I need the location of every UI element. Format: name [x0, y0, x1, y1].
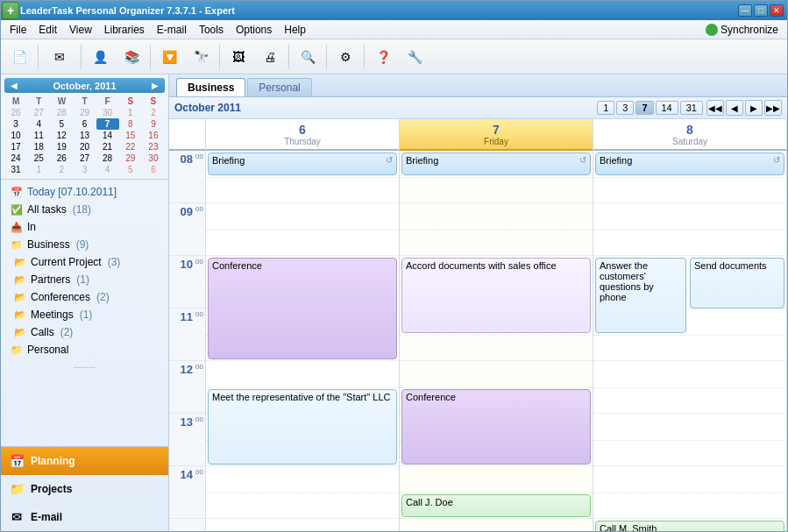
cal-next-day[interactable]: ▶: [745, 100, 763, 116]
cal-day[interactable]: 3: [4, 118, 27, 130]
sidebar-all-tasks[interactable]: ✅ All tasks (18): [6, 201, 163, 218]
event-meet-thursday[interactable]: Meet the representative of the "Start" L…: [208, 389, 397, 465]
cal-day[interactable]: 29: [73, 107, 96, 118]
cal-day[interactable]: 1: [27, 164, 50, 175]
tab-personal[interactable]: Personal: [247, 78, 311, 96]
filter-button[interactable]: 🔽: [154, 43, 184, 71]
search-binocular-button[interactable]: 🔭: [186, 43, 216, 71]
cal-day[interactable]: 19: [50, 141, 73, 153]
sidebar-calls[interactable]: 📂 Calls (2): [6, 323, 163, 341]
menu-file[interactable]: File: [4, 22, 32, 38]
sidebar-inbox[interactable]: 📥 In: [6, 218, 163, 236]
cal-day[interactable]: 24: [4, 153, 27, 164]
cal-day[interactable]: 30: [96, 107, 119, 118]
thu-hour-9[interactable]: [206, 203, 399, 256]
cal-day[interactable]: 9: [142, 118, 165, 130]
cal-day[interactable]: 31: [4, 164, 27, 175]
cal-day[interactable]: 23: [142, 141, 165, 153]
projects-nav-button[interactable]: 📁 Projects: [1, 475, 168, 503]
cal-day[interactable]: 13: [73, 130, 96, 141]
event-conference-thursday[interactable]: Conference: [208, 258, 397, 359]
cal-day[interactable]: 26: [50, 153, 73, 164]
event-call-friday[interactable]: Call J. Doe: [401, 494, 591, 517]
cal-day[interactable]: 22: [119, 141, 142, 153]
cal-prev-button[interactable]: ◀: [8, 80, 20, 91]
cal-day-today[interactable]: 7: [96, 118, 119, 130]
new-button[interactable]: 📄: [4, 43, 34, 71]
view-14day[interactable]: 14: [656, 101, 678, 115]
view-3day[interactable]: 3: [616, 101, 634, 115]
cal-day[interactable]: 11: [27, 130, 50, 141]
cal-day[interactable]: 17: [4, 141, 27, 153]
event-conference-friday[interactable]: Conference: [401, 389, 591, 465]
sat-hour-13[interactable]: [593, 414, 786, 466]
cal-next-button[interactable]: ▶: [149, 80, 161, 91]
cal-day[interactable]: 29: [119, 153, 142, 164]
email-nav-button[interactable]: ✉ E-mail: [1, 503, 168, 531]
sat-hour-12[interactable]: [593, 361, 786, 414]
contact-button[interactable]: 👤: [85, 43, 115, 71]
thu-hour-14[interactable]: [206, 466, 399, 519]
menu-view[interactable]: View: [64, 22, 97, 38]
view-1day[interactable]: 1: [597, 101, 614, 115]
search-button[interactable]: 🔍: [293, 43, 323, 71]
view-month[interactable]: 31: [680, 101, 703, 115]
event-answer-saturday[interactable]: Answer the customers' questions by phone: [595, 258, 686, 333]
library-button[interactable]: 📚: [117, 43, 146, 71]
cal-day[interactable]: 28: [96, 153, 119, 164]
cal-day[interactable]: 1: [119, 107, 142, 118]
event-briefing-thursday[interactable]: ↺ Briefing: [208, 153, 397, 175]
cal-day[interactable]: 28: [50, 107, 73, 118]
email-button[interactable]: ✉: [42, 43, 77, 71]
sat-hour-9[interactable]: [593, 203, 786, 256]
menu-libraries[interactable]: Libraries: [99, 22, 150, 38]
sidebar-current-project[interactable]: 📂 Current Project (3): [6, 253, 163, 271]
menu-help[interactable]: Help: [279, 22, 311, 38]
cal-next-week[interactable]: ▶▶: [764, 100, 782, 116]
cal-day[interactable]: 6: [73, 118, 96, 130]
cal-day[interactable]: 18: [27, 141, 50, 153]
cal-day[interactable]: 25: [27, 153, 50, 164]
cal-day[interactable]: 12: [50, 130, 73, 141]
sidebar-business[interactable]: 📁 Business (9): [6, 236, 163, 253]
print-button[interactable]: 🖨: [255, 43, 285, 71]
cal-day[interactable]: 15: [119, 130, 142, 141]
cal-day[interactable]: 10: [4, 130, 27, 141]
sidebar-personal[interactable]: 📁 Personal: [6, 341, 163, 358]
cal-day[interactable]: 27: [73, 153, 96, 164]
cal-day[interactable]: 5: [50, 118, 73, 130]
cal-day[interactable]: 8: [119, 118, 142, 130]
menu-tools[interactable]: Tools: [194, 22, 229, 38]
fri-hour-9[interactable]: [400, 203, 593, 256]
cal-day[interactable]: 4: [27, 118, 50, 130]
planning-nav-button[interactable]: 📅 Planning: [1, 447, 168, 475]
cal-day[interactable]: 30: [142, 153, 165, 164]
event-briefing-saturday[interactable]: ↺ Briefing: [595, 153, 784, 175]
help-button[interactable]: ❓: [368, 43, 398, 71]
image-button[interactable]: 🖼: [224, 43, 253, 71]
menu-email[interactable]: E-mail: [152, 22, 192, 38]
sidebar-partners[interactable]: 📂 Partners (1): [6, 271, 163, 288]
cal-day[interactable]: 4: [96, 164, 119, 175]
maximize-button[interactable]: □: [754, 4, 768, 17]
cal-day[interactable]: 2: [142, 107, 165, 118]
cal-day[interactable]: 6: [142, 164, 165, 175]
menu-edit[interactable]: Edit: [33, 22, 62, 38]
sidebar-conferences[interactable]: 📂 Conferences (2): [6, 288, 163, 306]
cal-prev-day[interactable]: ◀: [726, 100, 743, 116]
debug-button[interactable]: 🔧: [400, 43, 429, 71]
event-accord-friday[interactable]: Accord documents with sales office: [401, 258, 591, 333]
cal-day[interactable]: 27: [27, 107, 50, 118]
cal-day[interactable]: 5: [119, 164, 142, 175]
cal-day[interactable]: 14: [96, 130, 119, 141]
menu-options[interactable]: Options: [231, 22, 277, 38]
view-7day[interactable]: 7: [635, 101, 653, 115]
cal-day[interactable]: 3: [73, 164, 96, 175]
cal-day[interactable]: 20: [73, 141, 96, 153]
tab-business[interactable]: Business: [176, 78, 245, 96]
minimize-button[interactable]: —: [738, 4, 752, 17]
close-button[interactable]: ✕: [770, 4, 784, 17]
sidebar-today[interactable]: 📅 Today [07.10.2011]: [6, 183, 163, 201]
sat-hour-14[interactable]: [593, 466, 786, 519]
event-briefing-friday[interactable]: ↺ Briefing: [401, 153, 591, 175]
